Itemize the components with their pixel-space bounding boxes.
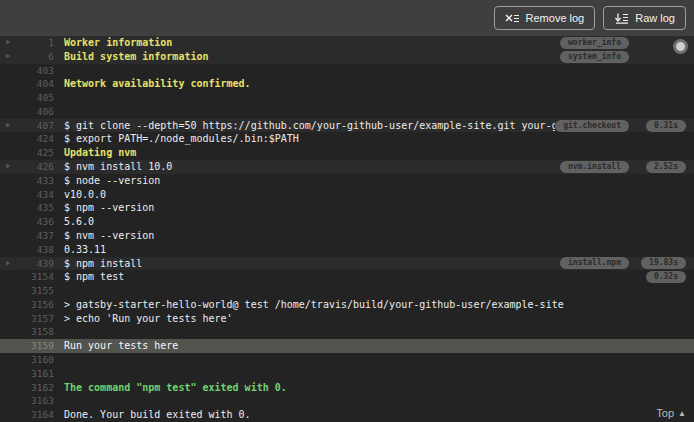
- log-text: v10.0.0: [64, 188, 694, 202]
- fold-name-badge: worker_info: [560, 37, 629, 49]
- fold-arrow-icon[interactable]: ▶: [0, 50, 16, 64]
- log-row-437: 437$ nvm --version: [0, 229, 694, 243]
- log-text: Done. Your build exited with 0.: [64, 408, 694, 422]
- raw-log-icon: [614, 13, 629, 24]
- fold-arrow-icon[interactable]: ▶: [0, 160, 16, 174]
- log-text: $ git clone --depth=50 https://github.co…: [64, 119, 555, 133]
- duration-badge: 0.31s: [646, 120, 686, 132]
- line-number[interactable]: 6: [16, 50, 54, 64]
- log-row-3163: 3163: [0, 394, 694, 408]
- fold-arrow-icon[interactable]: ▶: [0, 36, 16, 50]
- log-row-3157: 3157> echo 'Run your tests here': [0, 312, 694, 326]
- log-row-404: 404Network availability confirmed.: [0, 77, 694, 91]
- line-number[interactable]: 3164: [16, 408, 54, 422]
- log-row-3162: 3162The command "npm test" exited with 0…: [0, 381, 694, 395]
- fold-arrow-icon[interactable]: ▶: [0, 257, 16, 271]
- log-row-3161: 3161: [0, 367, 694, 381]
- raw-log-button[interactable]: Raw log: [603, 6, 686, 30]
- remove-log-button[interactable]: Remove log: [494, 6, 596, 30]
- log-row-406: 406: [0, 105, 694, 119]
- log-row-425: 425Updating nvm: [0, 146, 694, 160]
- line-number[interactable]: 3156: [16, 298, 54, 312]
- log-pane: ▶1Worker informationworker_info▶6Build s…: [0, 36, 694, 422]
- log-text: The command "npm test" exited with 0.: [64, 381, 694, 395]
- log-text: > echo 'Run your tests here': [64, 312, 694, 326]
- line-number[interactable]: 424: [16, 132, 54, 146]
- log-text: $ nvm install 10.0: [64, 160, 560, 174]
- line-number[interactable]: 439: [16, 257, 54, 271]
- line-number[interactable]: 438: [16, 243, 54, 257]
- duration-slot: 19.83s: [637, 257, 686, 269]
- follow-log-toggle[interactable]: [673, 39, 688, 54]
- log-row-3155: 3155: [0, 284, 694, 298]
- log-text: Worker information: [64, 36, 560, 50]
- log-row-433: 433$ node --version: [0, 174, 694, 188]
- line-number[interactable]: 435: [16, 201, 54, 215]
- line-number[interactable]: 406: [16, 105, 54, 119]
- log-rows: ▶1Worker informationworker_info▶6Build s…: [0, 36, 694, 422]
- line-number[interactable]: 3157: [16, 312, 54, 326]
- line-number[interactable]: 404: [16, 77, 54, 91]
- line-number[interactable]: 3162: [16, 381, 54, 395]
- raw-log-label: Raw log: [635, 12, 675, 24]
- log-text: $ node --version: [64, 174, 694, 188]
- log-toolbar: Remove log Raw log: [0, 0, 694, 36]
- line-number[interactable]: 403: [16, 64, 54, 78]
- log-row-1: ▶1Worker informationworker_info: [0, 36, 694, 50]
- duration-slot: 2.52s: [637, 161, 686, 173]
- log-row-435: 435$ npm --version: [0, 201, 694, 215]
- fold-name-badge: install.npm: [560, 257, 629, 269]
- log-text: > gatsby-starter-hello-world@ test /home…: [64, 298, 694, 312]
- log-text: $ nvm --version: [64, 229, 694, 243]
- log-row-436: 4365.6.0: [0, 215, 694, 229]
- line-number[interactable]: 425: [16, 146, 54, 160]
- fold-name-badge: nvm.install: [560, 161, 629, 173]
- line-number[interactable]: 434: [16, 188, 54, 202]
- log-row-3156: 3156> gatsby-starter-hello-world@ test /…: [0, 298, 694, 312]
- line-number[interactable]: 3155: [16, 284, 54, 298]
- log-row-3154: 3154$ npm test0.32s: [0, 270, 694, 284]
- log-text: Updating nvm: [64, 146, 694, 160]
- duration-badge: 0.32s: [646, 271, 686, 283]
- line-number[interactable]: 1: [16, 36, 54, 50]
- log-text: $ npm test: [64, 270, 629, 284]
- line-number[interactable]: 3154: [16, 270, 54, 284]
- line-number[interactable]: 426: [16, 160, 54, 174]
- duration-slot: 0.31s: [637, 120, 686, 132]
- log-text: $ npm --version: [64, 201, 694, 215]
- fold-name-badge: git.checkout: [555, 120, 629, 132]
- log-row-403: 403: [0, 64, 694, 78]
- log-row-424: 424$ export PATH=./node_modules/.bin:$PA…: [0, 132, 694, 146]
- build-log-screen: Remove log Raw log ▶1Worker informationw…: [0, 0, 694, 422]
- log-row-3160: 3160: [0, 353, 694, 367]
- log-row-3159: 3159Run your tests here: [0, 339, 694, 353]
- log-text: $ npm install: [64, 257, 560, 271]
- log-row-426: ▶426$ nvm install 10.0nvm.install2.52s: [0, 160, 694, 174]
- log-text: 5.6.0: [64, 215, 694, 229]
- line-number[interactable]: 436: [16, 215, 54, 229]
- log-row-407: ▶407$ git clone --depth=50 https://githu…: [0, 119, 694, 133]
- line-number[interactable]: 405: [16, 91, 54, 105]
- line-number[interactable]: 3158: [16, 325, 54, 339]
- log-text: Network availability confirmed.: [64, 77, 694, 91]
- line-number[interactable]: 3159: [16, 339, 54, 353]
- log-text: 0.33.11: [64, 243, 694, 257]
- line-number[interactable]: 437: [16, 229, 54, 243]
- log-text: Build system information: [64, 50, 560, 64]
- chevron-up-icon: ▲: [678, 409, 686, 418]
- line-number[interactable]: 407: [16, 119, 54, 133]
- log-row-405: 405: [0, 91, 694, 105]
- log-row-434: 434v10.0.0: [0, 188, 694, 202]
- fold-arrow-icon[interactable]: ▶: [0, 119, 16, 133]
- line-number[interactable]: 433: [16, 174, 54, 188]
- scroll-to-top-link[interactable]: Top ▲: [656, 407, 686, 419]
- log-row-3158: 3158: [0, 325, 694, 339]
- line-number[interactable]: 3161: [16, 367, 54, 381]
- line-number[interactable]: 3163: [16, 394, 54, 408]
- remove-log-label: Remove log: [526, 12, 585, 24]
- log-row-3164: 3164Done. Your build exited with 0.: [0, 408, 694, 422]
- log-text: $ export PATH=./node_modules/.bin:$PATH: [64, 132, 694, 146]
- top-link-label: Top: [656, 407, 674, 419]
- line-number[interactable]: 3160: [16, 353, 54, 367]
- duration-badge: 19.83s: [641, 257, 686, 269]
